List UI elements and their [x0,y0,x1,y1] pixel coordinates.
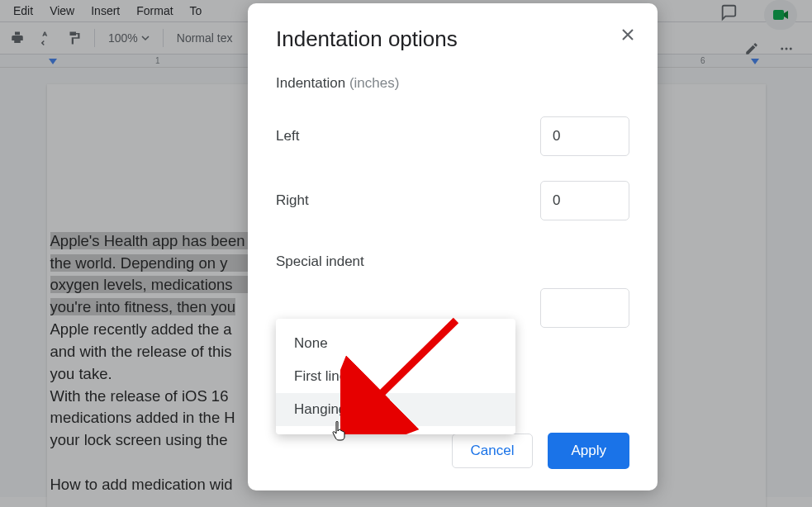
right-indent-input[interactable] [540,181,629,220]
apply-button[interactable]: Apply [548,433,629,469]
option-hanging[interactable]: Hanging [276,393,515,426]
special-indent-value-input[interactable] [540,288,629,328]
close-icon[interactable] [616,23,639,46]
left-indent-input[interactable] [540,116,629,156]
option-none[interactable]: None [276,327,515,360]
right-indent-label: Right [276,192,309,209]
dialog-actions: Cancel Apply [452,433,629,469]
dialog-title: Indentation options [276,26,629,52]
indentation-section-label: Indentation (inches) [276,75,629,92]
left-indent-label: Left [276,128,299,145]
option-first-line[interactable]: First line [276,360,515,393]
special-indent-label: Special indent [276,254,629,270]
left-indent-row: Left [276,116,629,156]
special-indent-dropdown: None First line Hanging [276,319,515,434]
cancel-button[interactable]: Cancel [452,434,534,468]
right-indent-row: Right [276,181,629,220]
